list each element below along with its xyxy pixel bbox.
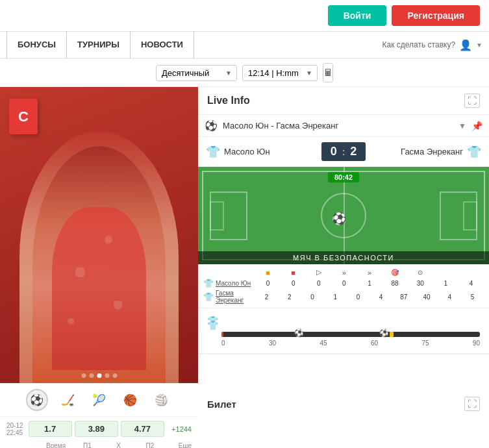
odds-p2[interactable]: 4.77 bbox=[121, 421, 164, 437]
timeline-label-0: 0 bbox=[221, 340, 225, 347]
odds-p1[interactable]: 1.7 bbox=[29, 421, 72, 437]
timeline-label-75: 75 bbox=[421, 340, 429, 347]
register-button[interactable]: Регистрация bbox=[392, 5, 480, 26]
home-team-name: Масоло Юн bbox=[224, 147, 321, 156]
time-format-select[interactable]: 12:14 | H:mm bbox=[242, 65, 318, 81]
login-button[interactable]: Войти bbox=[328, 5, 387, 26]
user-icon[interactable]: 👤 bbox=[459, 39, 472, 51]
odds-x[interactable]: 3.89 bbox=[75, 421, 118, 437]
sport-hockey-icon[interactable]: 🏒 bbox=[57, 389, 79, 411]
score-away: 2 bbox=[350, 145, 357, 158]
field-status: МЯЧ В БЕЗОПАСНОСТИ bbox=[198, 251, 489, 264]
timeline-label-45: 45 bbox=[320, 340, 327, 347]
match-name: Масоло Юн - Гасма Энреканг bbox=[223, 121, 453, 131]
live-info-header: Live Info ⛶ bbox=[198, 87, 489, 115]
pin-icon[interactable]: 📌 bbox=[471, 121, 483, 131]
nav-item-tournaments[interactable]: ТУРНИРЫ bbox=[67, 31, 131, 58]
stats-row-away: 👕 Гасма Энреканг 2 2 0 1 0 4 87 40 4 5 bbox=[203, 290, 484, 304]
nav-item-bonuses[interactable]: БОНУСЫ bbox=[6, 31, 67, 58]
sport-basketball-icon[interactable]: 🏀 bbox=[119, 389, 142, 411]
score-row: 👕 Масоло Юн 0 : 2 Гасма Энреканг 👕 bbox=[198, 137, 489, 167]
ticket-label: Билет bbox=[207, 399, 236, 410]
away-shirt-icon: 👕 bbox=[467, 145, 481, 159]
ticket-section: Билет ⛶ bbox=[198, 354, 489, 448]
timeline-label-30: 30 bbox=[269, 340, 276, 347]
score-display: 0 : 2 bbox=[321, 142, 366, 161]
match-date: 20-12 bbox=[6, 422, 23, 429]
sport-tennis-icon[interactable]: 🎾 bbox=[88, 389, 110, 411]
ticket-expand-icon[interactable]: ⛶ bbox=[464, 397, 480, 411]
timeline-label-60: 60 bbox=[371, 340, 378, 347]
away-team-name: Гасма Энреканг bbox=[366, 147, 463, 156]
sport-icons-bar: ⚽ 🏒 🎾 🏀 🏐 bbox=[0, 383, 198, 416]
expand-icon[interactable]: ⛶ bbox=[464, 93, 480, 108]
match-time: 22:45 bbox=[6, 429, 23, 436]
match-field: ⚽ 80:42 МЯЧ В БЕЗОПАСНОСТИ bbox=[198, 167, 489, 264]
odds-format-select[interactable]: Десятичный Американский Дробный bbox=[156, 65, 237, 81]
match-dropdown-icon[interactable]: ▼ bbox=[458, 121, 466, 131]
promo-dots bbox=[81, 373, 117, 378]
promo-banner: С bbox=[0, 87, 198, 383]
timeline-label-90: 90 bbox=[473, 340, 480, 347]
odds-row: 20-12 22:45 1.7 3.89 4.77 +1244 bbox=[0, 416, 198, 441]
home-shirt-icon: 👕 bbox=[206, 145, 220, 159]
field-ball: ⚽ bbox=[332, 212, 346, 226]
soccer-ball-icon: ⚽ bbox=[205, 119, 218, 132]
promo-logo-box: С bbox=[9, 99, 38, 134]
score-home: 0 bbox=[331, 145, 337, 158]
nav-item-news[interactable]: НОВОСТИ bbox=[131, 31, 194, 58]
match-selector: ⚽ Масоло Юн - Гасма Энреканг ▼ 📌 bbox=[198, 115, 489, 137]
calculator-button[interactable]: 🖩 bbox=[323, 63, 333, 82]
help-text: Как сделать ставку? bbox=[382, 40, 456, 49]
sport-volleyball-icon[interactable]: 🏐 bbox=[151, 389, 173, 411]
sport-soccer-icon[interactable]: ⚽ bbox=[26, 389, 48, 411]
stats-table: ■ ■ ▷ » » 🎯 ⊙ 👕 Масоло Юн 0 0 0 0 bbox=[198, 264, 489, 308]
live-info-title: Live Info bbox=[207, 95, 250, 106]
odds-more[interactable]: +1244 bbox=[167, 425, 192, 433]
stats-row-home: 👕 Масоло Юн 0 0 0 0 1 88 30 1 4 bbox=[203, 279, 484, 288]
score-separator: : bbox=[342, 147, 345, 157]
match-timer: 80:42 bbox=[328, 172, 359, 182]
chevron-down-icon[interactable]: ▼ bbox=[476, 42, 483, 49]
timeline: 👕 👕 ⚽ ⚽ 0 30 45 60 75 90 bbox=[198, 308, 489, 354]
